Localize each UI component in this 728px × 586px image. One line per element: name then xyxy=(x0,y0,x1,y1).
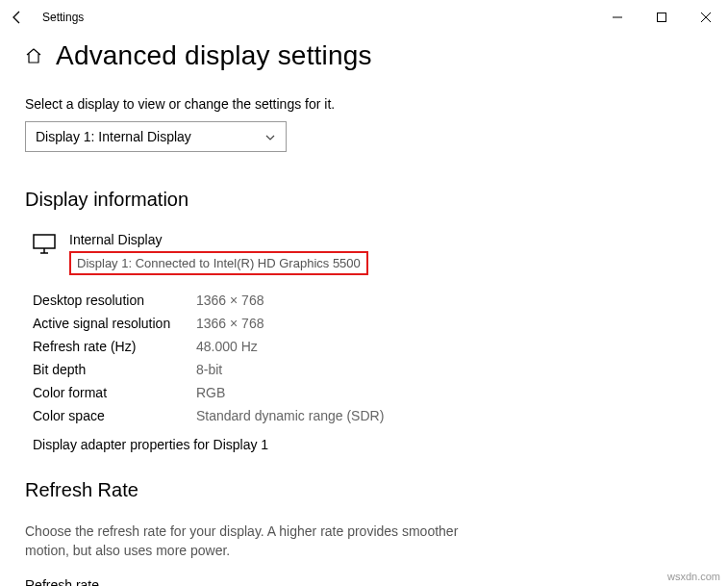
svg-rect-4 xyxy=(34,235,55,248)
window-controls xyxy=(595,2,728,33)
info-label: Desktop resolution xyxy=(33,293,196,308)
header-row: Advanced display settings xyxy=(25,40,703,71)
watermark: wsxdn.com xyxy=(667,571,720,582)
adapter-properties-link[interactable]: Display adapter properties for Display 1 xyxy=(33,437,268,452)
content-area: Advanced display settings Select a displ… xyxy=(0,35,728,586)
close-button[interactable] xyxy=(684,2,728,33)
info-value: 1366 × 768 xyxy=(196,293,264,308)
display-connection: Display 1: Connected to Intel(R) HD Grap… xyxy=(69,251,368,275)
display-info-table: Desktop resolution1366 × 768 Active sign… xyxy=(33,289,703,427)
svg-rect-1 xyxy=(658,13,666,22)
minimize-button[interactable] xyxy=(595,2,640,33)
chevron-down-icon xyxy=(264,131,276,142)
display-card: Internal Display Display 1: Connected to… xyxy=(33,232,703,275)
info-value: RGB xyxy=(196,385,225,400)
info-value: 8-bit xyxy=(196,362,222,377)
display-selector[interactable]: Display 1: Internal Display xyxy=(25,121,287,152)
table-row: Color formatRGB xyxy=(33,381,703,404)
refresh-rate-description: Choose the refresh rate for your display… xyxy=(25,522,467,560)
table-row: Refresh rate (Hz)48.000 Hz xyxy=(33,335,703,358)
titlebar-left: Settings xyxy=(8,8,84,27)
refresh-rate-heading: Refresh Rate xyxy=(25,479,703,501)
info-value: 48.000 Hz xyxy=(196,339,258,354)
back-button[interactable] xyxy=(8,8,27,27)
maximize-button[interactable] xyxy=(640,2,684,33)
info-label: Color space xyxy=(33,408,196,423)
display-name: Internal Display xyxy=(69,232,368,247)
refresh-rate-label: Refresh rate xyxy=(25,577,703,586)
table-row: Color spaceStandard dynamic range (SDR) xyxy=(33,404,703,427)
info-label: Bit depth xyxy=(33,362,196,377)
table-row: Active signal resolution1366 × 768 xyxy=(33,312,703,335)
info-label: Active signal resolution xyxy=(33,316,196,331)
display-card-text: Internal Display Display 1: Connected to… xyxy=(69,232,368,275)
display-info-heading: Display information xyxy=(25,189,703,211)
info-value: 1366 × 768 xyxy=(196,316,264,331)
monitor-icon xyxy=(33,234,56,255)
page-title: Advanced display settings xyxy=(56,40,372,71)
table-row: Bit depth8-bit xyxy=(33,358,703,381)
selector-instruction: Select a display to view or change the s… xyxy=(25,96,703,112)
info-label: Refresh rate (Hz) xyxy=(33,339,196,354)
window-title: Settings xyxy=(42,11,84,24)
info-label: Color format xyxy=(33,385,196,400)
titlebar: Settings xyxy=(0,0,728,35)
home-icon[interactable] xyxy=(25,47,42,64)
info-value: Standard dynamic range (SDR) xyxy=(196,408,384,423)
table-row: Desktop resolution1366 × 768 xyxy=(33,289,703,312)
display-selector-value: Display 1: Internal Display xyxy=(36,129,191,144)
